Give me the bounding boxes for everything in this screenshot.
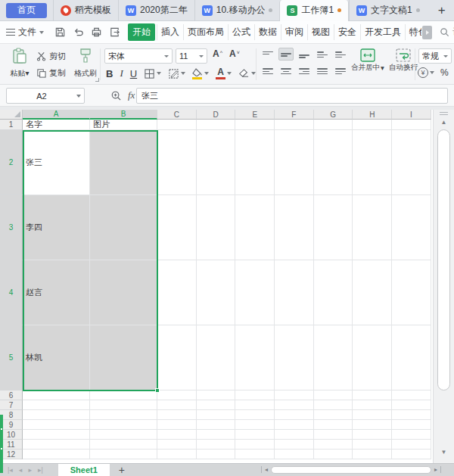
column-header-I[interactable]: I [392, 110, 431, 120]
cell[interactable] [353, 400, 392, 410]
clear-format-button[interactable] [238, 69, 256, 79]
cell[interactable] [235, 120, 275, 130]
row-header-2[interactable]: 2 [0, 130, 23, 195]
cell[interactable] [392, 450, 431, 459]
tab-workbook1-active[interactable]: 工作簿1 [279, 0, 349, 21]
cell[interactable] [157, 390, 197, 400]
cell[interactable] [314, 130, 353, 195]
cell-B3[interactable] [90, 195, 157, 260]
cell[interactable] [235, 400, 275, 410]
increase-font-size-button[interactable]: A^ [213, 50, 222, 58]
cell[interactable] [197, 420, 236, 430]
tab-text-document1[interactable]: 文字文稿1 [349, 0, 427, 21]
add-sheet-button[interactable]: + [119, 464, 125, 476]
ribbon-tab-security[interactable]: 安全 [334, 24, 360, 40]
vertical-scrollbar[interactable]: ▲ ▼ [433, 110, 454, 463]
cell[interactable] [392, 440, 431, 450]
tab-docer-templates[interactable]: 稻壳模板 [53, 0, 118, 21]
scroll-up-button[interactable]: ▲ [434, 119, 454, 126]
font-size-combobox[interactable]: 11 [176, 48, 207, 64]
cell[interactable] [157, 260, 197, 325]
horizontal-scroll-track[interactable] [271, 465, 431, 474]
justify-button[interactable] [315, 64, 330, 77]
cell[interactable] [157, 325, 197, 390]
cell[interactable] [353, 120, 392, 130]
cell[interactable] [353, 440, 392, 450]
align-right-button[interactable] [297, 64, 312, 77]
font-name-combobox[interactable]: 宋体 [104, 48, 173, 64]
sheet-tab-sheet1[interactable]: Sheet1 [58, 464, 110, 476]
row-header-9[interactable]: 9 [0, 420, 23, 430]
align-left-button[interactable] [260, 64, 275, 77]
currency-format-button[interactable]: ¥ [418, 67, 434, 78]
column-header-F[interactable]: F [275, 110, 314, 120]
cell[interactable] [392, 325, 431, 390]
split-handle-icon[interactable] [440, 112, 448, 115]
cell[interactable] [353, 130, 392, 195]
cell[interactable] [157, 450, 197, 459]
cell-A5[interactable]: 林凯 [23, 325, 90, 390]
row-header-7[interactable]: 7 [0, 400, 23, 410]
name-box[interactable]: A2 [6, 88, 85, 104]
cell[interactable] [197, 410, 236, 420]
cell[interactable] [90, 410, 157, 420]
vertical-scroll-thumb[interactable] [437, 129, 450, 390]
align-top-button[interactable] [260, 48, 275, 61]
cell[interactable] [392, 420, 431, 430]
clipboard-dialog-launcher[interactable] [95, 78, 99, 82]
cell[interactable] [275, 130, 314, 195]
cell[interactable] [353, 390, 392, 400]
cell[interactable] [157, 420, 197, 430]
search-box[interactable]: 记... [440, 26, 454, 39]
cell[interactable] [235, 440, 275, 450]
cell[interactable] [197, 260, 236, 325]
cell[interactable] [197, 130, 236, 195]
save-icon[interactable] [54, 26, 66, 38]
cell[interactable] [392, 195, 431, 260]
number-format-combobox[interactable]: 常规 [418, 48, 452, 64]
cell[interactable] [314, 120, 353, 130]
cell[interactable] [197, 440, 236, 450]
cell[interactable] [314, 390, 353, 400]
new-tab-button[interactable]: + [434, 3, 449, 18]
ribbon-tab-page-layout[interactable]: 页面布局 [183, 24, 228, 40]
select-all-button[interactable] [0, 110, 23, 120]
decrease-indent-button[interactable] [315, 48, 330, 61]
cell[interactable] [197, 450, 236, 459]
home-tab[interactable]: 首页 [6, 3, 47, 18]
cell[interactable] [157, 195, 197, 260]
cell[interactable] [314, 420, 353, 430]
column-header-B[interactable]: B [90, 110, 157, 120]
row-header-1[interactable]: 1 [0, 120, 23, 130]
formula-input[interactable]: 张三 [136, 88, 448, 104]
last-sheet-button[interactable]: ▸| [38, 466, 43, 474]
row-header-6[interactable]: 6 [0, 390, 23, 400]
cell[interactable] [275, 195, 314, 260]
cell-A1[interactable]: 名字 [23, 120, 90, 130]
cell[interactable] [235, 450, 275, 459]
cell-A4[interactable]: 赵言 [23, 260, 90, 325]
cell[interactable] [235, 325, 275, 390]
underline-button[interactable]: U [130, 68, 137, 79]
cell[interactable] [197, 400, 236, 410]
cell[interactable] [275, 410, 314, 420]
cell[interactable] [275, 440, 314, 450]
row-header-5[interactable]: 5 [0, 325, 23, 390]
cell[interactable] [353, 410, 392, 420]
cell[interactable] [90, 440, 157, 450]
column-header-C[interactable]: C [157, 110, 197, 120]
row-header-3[interactable]: 3 [0, 195, 23, 260]
cell[interactable] [197, 195, 236, 260]
first-sheet-button[interactable]: |◂ [8, 466, 13, 474]
scroll-right-button[interactable]: ▸ [434, 466, 437, 473]
column-header-A[interactable]: A [23, 110, 90, 120]
cell[interactable] [353, 260, 392, 325]
cell[interactable] [314, 325, 353, 390]
align-center-button[interactable] [278, 64, 294, 77]
bold-button[interactable]: B [106, 68, 113, 79]
ribbon-tab-formulas[interactable]: 公式 [228, 24, 254, 40]
ribbon-tab-home[interactable]: 开始 [128, 23, 155, 41]
cell[interactable] [314, 195, 353, 260]
fill-handle[interactable] [155, 388, 160, 393]
column-header-E[interactable]: E [235, 110, 275, 120]
